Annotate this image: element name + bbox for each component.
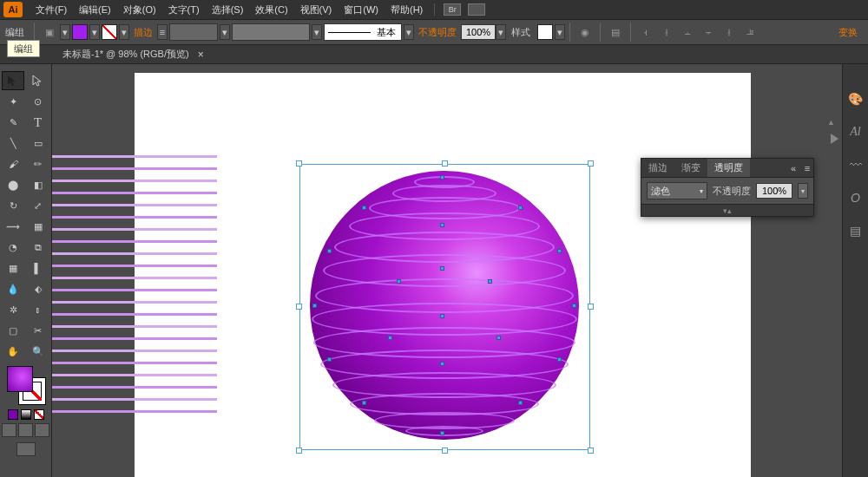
align-bottom-icon[interactable]: ⫡ xyxy=(741,23,759,41)
width-tool[interactable]: ⟿ xyxy=(2,217,24,236)
lasso-tool[interactable]: ⊙ xyxy=(27,92,49,111)
menu-window[interactable]: 窗口(W) xyxy=(338,3,385,16)
recolor-icon[interactable]: ◉ xyxy=(576,23,594,41)
slice-tool[interactable]: ✂ xyxy=(27,321,49,340)
transparency-panel[interactable]: 描边 渐变 透明度 « ≡ 滤色 ▾ 不透明度 100% ▾ ▾▴ xyxy=(641,158,814,217)
rectangle-tool[interactable]: ▭ xyxy=(27,134,49,153)
type-tool[interactable]: T xyxy=(27,113,49,132)
stroke-weight-dropdown[interactable]: ▾ xyxy=(220,24,230,40)
line-tool[interactable]: ╲ xyxy=(2,134,24,153)
fill-dropdown[interactable]: ▾ xyxy=(89,24,100,40)
color-mode-solid[interactable] xyxy=(8,409,18,420)
resize-handle-r[interactable] xyxy=(588,304,594,310)
draw-behind-icon[interactable] xyxy=(18,423,33,437)
opacity-label[interactable]: 不透明度 xyxy=(418,26,457,39)
panel-menu-icon[interactable]: ≡ xyxy=(801,159,813,177)
swatches-panel-icon[interactable]: Al xyxy=(847,123,865,140)
eyedropper-tool[interactable]: 💧 xyxy=(2,279,24,298)
document-tab[interactable]: 未标题-1* @ 98% (RGB/预览) × xyxy=(52,45,214,63)
style-dropdown[interactable]: ▾ xyxy=(555,24,565,40)
layers-panel-icon[interactable]: ▤ xyxy=(847,222,865,239)
color-mode-gradient[interactable] xyxy=(21,409,31,420)
panel-opacity-dropdown[interactable]: ▾ xyxy=(798,183,808,199)
symbol-sprayer-tool[interactable]: ✲ xyxy=(2,300,24,319)
resize-handle-b[interactable] xyxy=(442,448,448,454)
artboard-tool[interactable]: ▢ xyxy=(2,321,24,340)
resize-handle-tl[interactable] xyxy=(296,160,302,167)
brush-dropdown[interactable]: ▾ xyxy=(404,24,414,40)
panel-expand-arrow[interactable]: ▲ xyxy=(827,118,835,127)
eraser-tool[interactable]: ◧ xyxy=(27,175,49,194)
blend-tool[interactable]: ⬖ xyxy=(27,279,49,298)
panel-collapse-icon[interactable]: « xyxy=(786,159,801,177)
style-label[interactable]: 样式 xyxy=(511,26,530,39)
graph-tool[interactable]: ⫾ xyxy=(27,300,49,319)
arrange-docs-icon[interactable] xyxy=(468,3,485,16)
align-left-icon[interactable]: ⫞ xyxy=(637,23,654,41)
gradient-tool[interactable]: ▌ xyxy=(27,258,49,278)
resize-handle-t[interactable] xyxy=(442,160,448,167)
screen-mode-icon[interactable] xyxy=(16,442,36,456)
pencil-tool[interactable]: ✏ xyxy=(27,154,49,173)
tab-stroke[interactable]: 描边 xyxy=(641,159,674,177)
tab-transparency[interactable]: 透明度 xyxy=(707,159,750,177)
resize-handle-br[interactable] xyxy=(588,448,594,454)
pen-tool[interactable]: ✎ xyxy=(2,113,24,132)
transform-link[interactable]: 变换 xyxy=(838,26,858,39)
opacity-dropdown[interactable]: ▾ xyxy=(496,24,506,40)
resize-handle-bl[interactable] xyxy=(296,448,302,454)
fill-stroke-indicator[interactable] xyxy=(7,366,45,404)
selected-object[interactable] xyxy=(299,164,590,450)
menu-type[interactable]: 文字(T) xyxy=(162,3,206,16)
menu-file[interactable]: 文件(F) xyxy=(30,3,73,16)
panel-opacity-field[interactable]: 100% xyxy=(756,183,792,199)
selection-tool[interactable] xyxy=(2,71,24,90)
brush-definition[interactable]: 基本 xyxy=(324,23,402,41)
align-center-v-icon[interactable]: ⫲ xyxy=(720,23,738,41)
bounding-box-icon[interactable]: ▣ xyxy=(41,23,58,41)
align-right-icon[interactable]: ⫠ xyxy=(679,23,696,41)
zoom-tool[interactable]: 🔍 xyxy=(27,342,49,361)
rotate-tool[interactable]: ↻ xyxy=(2,196,24,215)
color-panel-icon[interactable]: 🎨 xyxy=(847,90,865,108)
symbols-panel-icon[interactable]: O xyxy=(847,189,865,206)
hand-tool[interactable]: ✋ xyxy=(2,342,24,361)
brushes-panel-icon[interactable]: 〰 xyxy=(847,156,865,173)
isolation-mode-label[interactable]: 编组 xyxy=(7,40,40,57)
opacity-field[interactable]: 100% xyxy=(461,24,496,40)
dropdown-arrow[interactable]: ▾ xyxy=(60,24,70,40)
color-mode-none[interactable] xyxy=(34,409,44,420)
fill-swatch[interactable] xyxy=(72,24,88,40)
align-center-h-icon[interactable]: ⫲ xyxy=(658,23,675,41)
menu-select[interactable]: 选择(S) xyxy=(206,3,250,16)
paintbrush-tool[interactable]: 🖌 xyxy=(2,154,24,173)
shape-builder-tool[interactable]: ◔ xyxy=(2,238,24,257)
fill-indicator[interactable] xyxy=(7,366,33,392)
tab-gradient[interactable]: 渐变 xyxy=(674,159,707,177)
blend-mode-dropdown[interactable]: 滤色 ▾ xyxy=(647,182,707,199)
direct-selection-tool[interactable] xyxy=(27,71,49,90)
scale-tool[interactable]: ⤢ xyxy=(27,196,49,215)
stroke-weight-field[interactable] xyxy=(169,23,218,41)
panel-expand-icon[interactable]: ▾▴ xyxy=(641,204,813,216)
free-transform-tool[interactable]: ▦ xyxy=(27,217,49,236)
align-icon-1[interactable]: ▤ xyxy=(607,23,624,41)
stroke-swatch[interactable] xyxy=(102,24,117,40)
menu-edit[interactable]: 编辑(E) xyxy=(73,3,117,16)
menu-object[interactable]: 对象(O) xyxy=(117,3,162,16)
magic-wand-tool[interactable]: ✦ xyxy=(2,92,24,111)
canvas-viewport[interactable]: 描边 渐变 透明度 « ≡ 滤色 ▾ 不透明度 100% ▾ ▾▴ ▲ xyxy=(52,64,842,477)
mesh-tool[interactable]: ▦ xyxy=(2,258,24,278)
panel-fly-out-icon[interactable] xyxy=(831,134,838,144)
vw-dropdown[interactable]: ▾ xyxy=(312,24,322,40)
style-swatch[interactable] xyxy=(537,24,553,40)
close-tab-icon[interactable]: × xyxy=(198,49,204,61)
bridge-icon[interactable]: Br xyxy=(444,3,461,16)
resize-handle-tr[interactable] xyxy=(588,160,594,167)
stroke-dropdown[interactable]: ▾ xyxy=(119,24,129,40)
variable-width-profile[interactable] xyxy=(232,23,310,41)
draw-normal-icon[interactable] xyxy=(2,423,16,437)
resize-handle-l[interactable] xyxy=(296,304,302,310)
menu-help[interactable]: 帮助(H) xyxy=(385,3,429,16)
menu-view[interactable]: 视图(V) xyxy=(294,3,339,16)
